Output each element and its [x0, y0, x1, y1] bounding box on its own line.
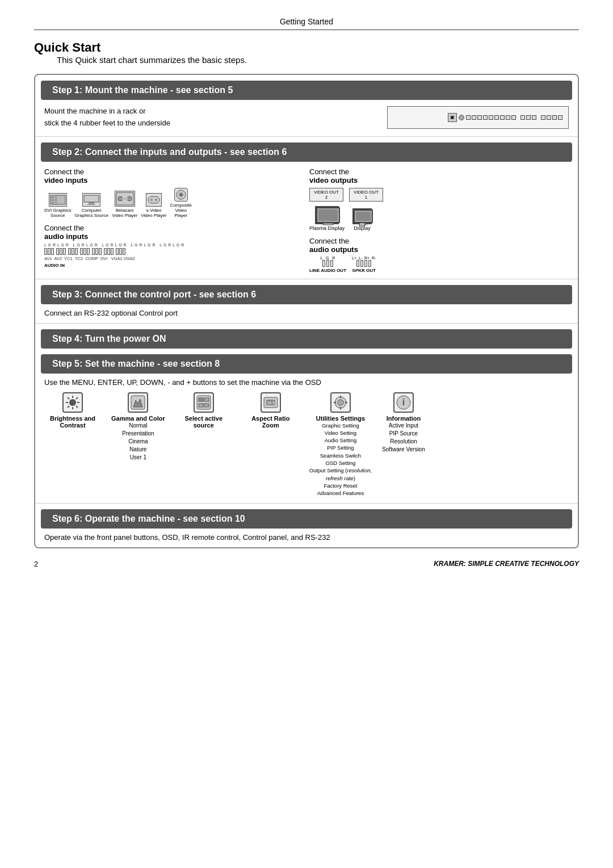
svg-point-17 — [180, 194, 182, 196]
port10 — [520, 115, 525, 120]
line-audio-ports — [322, 260, 333, 267]
utilities-icon — [330, 392, 351, 413]
section-title: Quick Start — [34, 40, 100, 54]
spkr1 — [356, 260, 359, 267]
svg-rect-47 — [334, 402, 336, 403]
aspect-ratio-label: Aspect Ratio Zoom — [242, 415, 299, 429]
aport20 — [119, 248, 122, 255]
audio-group7 — [116, 248, 125, 255]
aport9 — [75, 248, 78, 255]
audio-outputs-diagram: L G R LINE AUDIO OUT L+ L- R+ R- — [309, 256, 569, 273]
dvi-icon — [49, 193, 67, 207]
svg-rect-45 — [340, 396, 341, 398]
spkr-out: L+ L- R+ R- SPKR OUT — [352, 256, 376, 273]
audio-group5 — [92, 248, 102, 255]
betacam-label: BetacamVideo Player — [112, 208, 137, 218]
lout3 — [330, 260, 333, 267]
dvi-label: DVI GraphicsSource — [44, 208, 72, 218]
panel-icon2 — [459, 115, 464, 120]
videoout2-connector: VIDEO OUT 2 — [309, 188, 343, 202]
svg-rect-20 — [323, 223, 333, 225]
video-inputs-section: Connect thevideo inputs DVI GraphicsSour… — [44, 167, 304, 273]
information-icon: i — [393, 392, 414, 413]
lout2 — [326, 260, 329, 267]
gamma-sub: Normal Presentation Cinema Nature User 1 — [122, 422, 154, 462]
aport3 — [51, 248, 54, 255]
svg-rect-36 — [199, 398, 203, 401]
audio-outputs-section: Connect theaudio outputs L G R LINE AUDI… — [309, 237, 569, 273]
audio-inputs-diagram: L G R L G R L G R L G R L G R L G R L G … — [44, 243, 304, 268]
svg-rect-1 — [52, 196, 54, 198]
aport2 — [48, 248, 51, 255]
menu-icons-row: Brightness and Contrast Gamma and Color … — [44, 392, 569, 497]
step1-header: Step 1: Mount the machine - see section … — [41, 81, 572, 100]
port13 — [541, 115, 545, 120]
connect-video-outputs-label: Connect thevideo outputs — [309, 167, 569, 184]
display-outputs: Plasma Display Display — [309, 206, 569, 231]
information-sub: Active Input PIP Source Resolution Softw… — [382, 422, 425, 454]
svg-rect-5 — [84, 195, 99, 202]
outputs-section: Connect thevideo outputs VIDEO OUT 2 VID… — [309, 167, 569, 273]
lout1 — [322, 260, 325, 267]
port9 — [511, 115, 516, 120]
svg-rect-24 — [358, 225, 368, 225]
aport1 — [44, 248, 47, 255]
information-label: Information — [387, 415, 421, 422]
port14 — [547, 115, 551, 120]
audio-channel-labels: L G R L G R L G R L G R L G R L G R L G … — [44, 243, 304, 247]
select-source-icon — [194, 392, 214, 413]
header-title: Getting Started — [280, 17, 333, 26]
port2 — [472, 115, 476, 120]
intro-text: This Quick start chart summarizes the ba… — [57, 55, 579, 65]
aport13 — [92, 248, 95, 255]
aport4 — [56, 248, 59, 255]
svg-point-10 — [127, 196, 132, 201]
svg-rect-3 — [52, 202, 54, 203]
dvi-input: DVI GraphicsSource — [44, 193, 72, 218]
port1 — [466, 115, 471, 120]
svg-line-32 — [76, 397, 78, 399]
display-icon — [352, 208, 372, 224]
device-illustration: ▣ — [387, 106, 569, 129]
audio-group3 — [68, 248, 78, 255]
svideo-input: s-VideoVideo Player — [141, 193, 166, 218]
aport18 — [111, 248, 114, 255]
port12 — [532, 115, 536, 120]
svg-rect-46 — [340, 407, 341, 409]
line-audio-ports-label: L G R — [321, 256, 335, 260]
step3-text: Connect an RS-232 optional Control port — [44, 309, 178, 317]
svg-rect-12 — [148, 196, 159, 203]
audio-in-label: AUDIO IN — [44, 263, 304, 268]
step2-content: Connect thevideo inputs DVI GraphicsSour… — [35, 162, 578, 279]
step3-header: Step 3: Connect the control port - see s… — [41, 285, 572, 304]
panel-ports — [466, 115, 562, 120]
svg-rect-23 — [361, 223, 366, 225]
video-out1: VIDEO OUT 1 — [349, 188, 383, 202]
gamma-color-item: Gamma and Color Normal Presentation Cine… — [111, 392, 165, 462]
brightness-label: Brightness and Contrast — [44, 415, 101, 429]
port15 — [552, 115, 557, 120]
aspect-ratio-item: 16:9 Aspect Ratio Zoom — [242, 392, 299, 429]
betacam-icon — [115, 191, 135, 207]
svg-rect-48 — [345, 402, 347, 403]
spkr-ports-label: L+ L- R+ R- — [352, 256, 376, 260]
panel-icon1: ▣ — [448, 113, 457, 122]
gamma-label: Gamma and Color — [111, 415, 165, 422]
betacam-input: BetacamVideo Player — [112, 191, 137, 218]
composite-icon — [174, 188, 188, 202]
gamma-icon — [128, 392, 148, 413]
page-number: 2 — [34, 560, 38, 568]
composite-input: CompositeVideoPlayer — [170, 188, 192, 218]
aport7 — [68, 248, 71, 255]
video-outputs-diagram: VIDEO OUT 2 VIDEO OUT 1 — [309, 188, 569, 202]
svg-point-25 — [69, 399, 76, 406]
svg-line-31 — [76, 406, 78, 408]
svg-rect-6 — [89, 203, 94, 204]
aport19 — [116, 248, 119, 255]
video-inputs-diagram: DVI GraphicsSource ComputerGraphics Sour… — [44, 188, 304, 218]
svg-rect-2 — [52, 199, 54, 201]
step2-header: Step 2: Connect the inputs and outputs -… — [41, 142, 572, 162]
svg-rect-19 — [318, 209, 338, 221]
svg-point-44 — [338, 400, 343, 405]
spkr3 — [364, 260, 367, 267]
